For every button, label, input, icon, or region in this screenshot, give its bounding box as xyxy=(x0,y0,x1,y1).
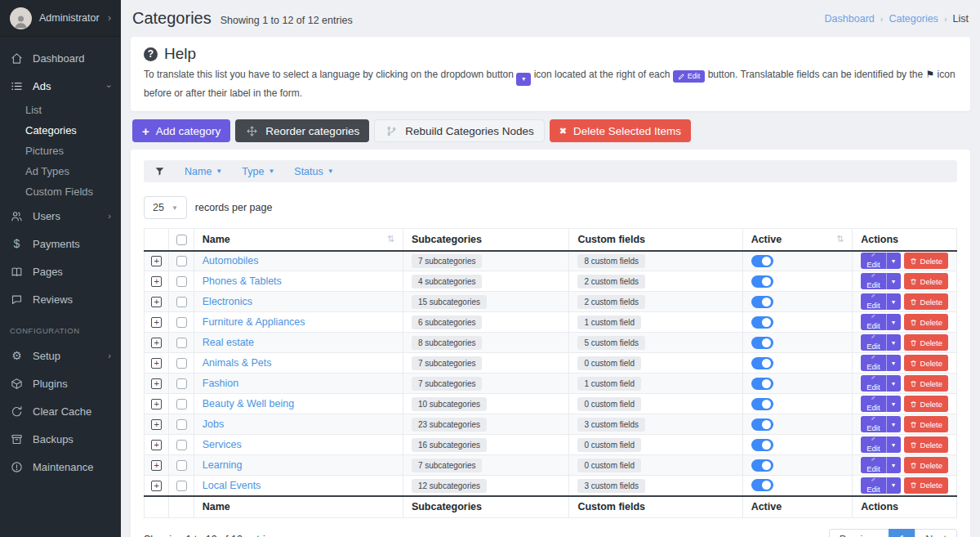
delete-button[interactable]: Delete xyxy=(904,477,948,494)
row-checkbox[interactable] xyxy=(176,297,187,307)
sidebar-subitem-custom-fields[interactable]: Custom Fields xyxy=(0,181,121,202)
active-toggle[interactable] xyxy=(751,275,773,288)
delete-button[interactable]: Delete xyxy=(904,457,948,473)
edit-button[interactable]: Edit ▼ xyxy=(861,375,900,392)
expand-row-button[interactable]: + xyxy=(151,440,162,450)
breadcrumb-dashboard[interactable]: Dashboard xyxy=(825,13,875,25)
edit-dropdown-caret[interactable]: ▼ xyxy=(886,355,901,371)
active-toggle[interactable] xyxy=(751,439,773,451)
expand-row-button[interactable]: + xyxy=(151,276,162,287)
category-link[interactable]: Learning xyxy=(203,459,243,471)
breadcrumb-categories[interactable]: Categories xyxy=(889,13,938,25)
category-link[interactable]: Services xyxy=(203,439,242,450)
sidebar-subitem-ad-types[interactable]: Ad Types xyxy=(0,161,121,181)
edit-dropdown-caret[interactable]: ▼ xyxy=(886,396,901,412)
expand-row-button[interactable]: + xyxy=(151,338,162,348)
edit-button[interactable]: Edit ▼ xyxy=(861,457,900,473)
expand-row-button[interactable]: + xyxy=(151,460,162,471)
active-toggle[interactable] xyxy=(751,459,773,472)
edit-dropdown-caret[interactable]: ▼ xyxy=(886,477,901,494)
filter-name-dropdown[interactable]: Name▼ xyxy=(185,166,222,177)
delete-button[interactable]: Delete xyxy=(904,253,948,269)
active-toggle[interactable] xyxy=(751,357,773,369)
previous-page-button[interactable]: Previous xyxy=(829,529,890,537)
edit-button[interactable]: Edit ▼ xyxy=(861,436,900,453)
category-link[interactable]: Furniture & Appliances xyxy=(203,316,305,328)
expand-row-button[interactable]: + xyxy=(151,317,162,328)
delete-button[interactable]: Delete xyxy=(904,293,948,310)
delete-button[interactable]: Delete xyxy=(904,273,948,289)
edit-dropdown-caret[interactable]: ▼ xyxy=(886,273,901,289)
row-checkbox[interactable] xyxy=(176,338,187,348)
category-link[interactable]: Phones & Tablets xyxy=(203,275,282,287)
expand-row-button[interactable]: + xyxy=(151,399,162,409)
edit-dropdown-caret[interactable]: ▼ xyxy=(886,436,901,453)
edit-button[interactable]: Edit ▼ xyxy=(861,396,900,412)
user-menu[interactable]: Administrator › xyxy=(0,0,121,37)
delete-button[interactable]: Delete xyxy=(904,314,948,330)
active-toggle[interactable] xyxy=(751,479,773,491)
rebuild-nodes-button[interactable]: Rebuild Categories Nodes xyxy=(374,119,545,142)
sidebar-item-maintenance[interactable]: Maintenance xyxy=(0,453,121,481)
expand-row-button[interactable]: + xyxy=(151,358,162,369)
delete-button[interactable]: Delete xyxy=(904,355,948,371)
active-toggle[interactable] xyxy=(751,296,773,308)
delete-button[interactable]: Delete xyxy=(904,416,948,432)
category-link[interactable]: Real estate xyxy=(203,337,254,348)
sidebar-item-setup[interactable]: ⚙Setup› xyxy=(0,342,121,369)
expand-row-button[interactable]: + xyxy=(151,419,162,430)
expand-row-button[interactable]: + xyxy=(151,481,162,491)
row-checkbox[interactable] xyxy=(176,317,187,328)
filter-status-dropdown[interactable]: Status▼ xyxy=(294,166,333,177)
category-link[interactable]: Jobs xyxy=(203,418,224,430)
active-toggle[interactable] xyxy=(751,337,773,349)
edit-button[interactable]: Edit ▼ xyxy=(861,314,900,330)
sidebar-subitem-categories[interactable]: Categories xyxy=(0,120,121,141)
row-checkbox[interactable] xyxy=(176,399,187,409)
sidebar-item-ads[interactable]: Ads› xyxy=(0,72,121,100)
sidebar-item-clear-cache[interactable]: Clear Cache xyxy=(0,397,121,425)
edit-dropdown-caret[interactable]: ▼ xyxy=(886,416,901,432)
edit-button[interactable]: Edit ▼ xyxy=(861,293,900,310)
sidebar-item-dashboard[interactable]: Dashboard xyxy=(0,44,121,72)
edit-dropdown-caret[interactable]: ▼ xyxy=(886,314,901,330)
sidebar-subitem-list[interactable]: List xyxy=(0,100,121,120)
page-1-button[interactable]: 1 xyxy=(889,529,915,537)
active-toggle[interactable] xyxy=(751,316,773,329)
row-checkbox[interactable] xyxy=(176,378,187,389)
filter-type-dropdown[interactable]: Type▼ xyxy=(242,166,274,177)
sidebar-item-pages[interactable]: Pages xyxy=(0,257,121,285)
edit-dropdown-caret[interactable]: ▼ xyxy=(886,375,901,392)
delete-button[interactable]: Delete xyxy=(904,334,948,351)
delete-button[interactable]: Delete xyxy=(904,436,948,453)
active-toggle[interactable] xyxy=(751,255,773,267)
expand-row-button[interactable]: + xyxy=(151,256,162,266)
edit-button[interactable]: Edit ▼ xyxy=(861,334,900,351)
edit-button[interactable]: Edit ▼ xyxy=(861,416,900,432)
sidebar-subitem-pictures[interactable]: Pictures xyxy=(0,141,121,161)
edit-button[interactable]: Edit ▼ xyxy=(861,253,900,269)
expand-row-button[interactable]: + xyxy=(151,297,162,307)
delete-button[interactable]: Delete xyxy=(904,396,948,412)
category-link[interactable]: Beauty & Well being xyxy=(203,398,294,409)
category-link[interactable]: Electronics xyxy=(203,296,252,307)
sidebar-item-reviews[interactable]: Reviews xyxy=(0,285,121,313)
delete-button[interactable]: Delete xyxy=(904,375,948,392)
select-all-checkbox[interactable] xyxy=(176,235,187,245)
row-checkbox[interactable] xyxy=(176,481,187,491)
row-checkbox[interactable] xyxy=(176,460,187,471)
expand-row-button[interactable]: + xyxy=(151,378,162,389)
active-toggle[interactable] xyxy=(751,378,773,390)
column-header-name[interactable]: Name⇅ xyxy=(194,229,403,251)
edit-dropdown-caret[interactable]: ▼ xyxy=(886,457,901,473)
category-link[interactable]: Automobiles xyxy=(203,255,259,266)
sidebar-item-users[interactable]: Users› xyxy=(0,202,121,230)
edit-button[interactable]: Edit ▼ xyxy=(861,477,900,494)
records-per-page-select[interactable]: 25 ▼ xyxy=(144,196,187,219)
edit-button[interactable]: Edit ▼ xyxy=(861,273,900,289)
row-checkbox[interactable] xyxy=(176,256,187,266)
row-checkbox[interactable] xyxy=(176,419,187,430)
edit-button[interactable]: Edit ▼ xyxy=(861,355,900,371)
row-checkbox[interactable] xyxy=(176,276,187,287)
delete-selected-button[interactable]: ✖ Delete Selected Items xyxy=(550,119,691,142)
